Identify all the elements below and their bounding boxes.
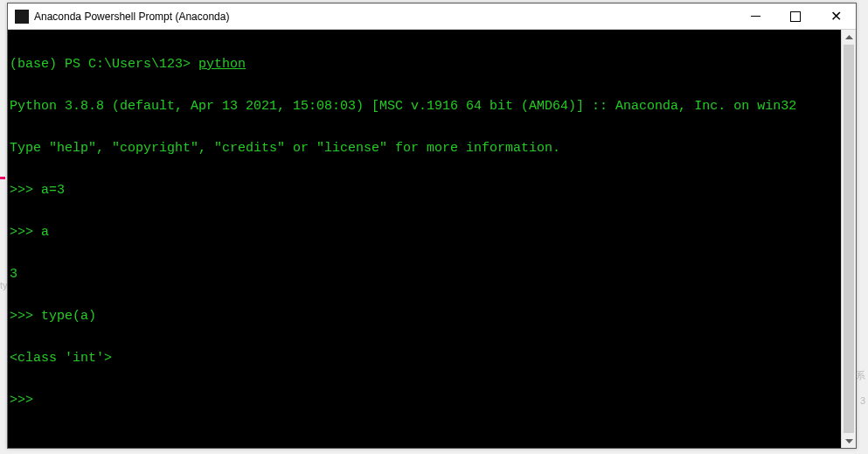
maximize-button[interactable] xyxy=(775,3,816,29)
terminal-line: <class 'int'> xyxy=(10,352,839,366)
terminal-line: Python 3.8.8 (default, Apr 13 2021, 15:0… xyxy=(10,100,839,114)
command-text: python xyxy=(198,57,246,72)
prompt-text: (base) PS C:\Users\123> xyxy=(10,57,198,72)
terminal-line: >>> a=3 xyxy=(10,184,839,198)
vertical-scrollbar[interactable] xyxy=(841,30,856,448)
minimize-button[interactable] xyxy=(735,3,775,29)
scrollbar-thumb[interactable] xyxy=(844,45,854,433)
window-controls: ✕ xyxy=(735,3,856,29)
background-mark xyxy=(0,177,5,179)
titlebar[interactable]: Anaconda Powershell Prompt (Anaconda) ✕ xyxy=(8,3,856,30)
background-text: 3 xyxy=(860,395,865,406)
terminal-line: >>> xyxy=(10,394,839,408)
terminal-line: 3 xyxy=(10,268,839,282)
window-body: (base) PS C:\Users\123> python Python 3.… xyxy=(8,30,856,448)
terminal-line: Type "help", "copyright", "credits" or "… xyxy=(10,142,839,156)
terminal-line: (base) PS C:\Users\123> python xyxy=(10,58,839,72)
window-title: Anaconda Powershell Prompt (Anaconda) xyxy=(34,10,735,23)
close-button[interactable]: ✕ xyxy=(816,3,856,29)
app-window: Anaconda Powershell Prompt (Anaconda) ✕ … xyxy=(7,3,857,449)
scrollbar-track[interactable] xyxy=(842,45,856,433)
background-text: 系 xyxy=(856,369,865,382)
terminal-output[interactable]: (base) PS C:\Users\123> python Python 3.… xyxy=(8,30,841,448)
scroll-up-button[interactable] xyxy=(842,30,856,45)
terminal-icon xyxy=(15,10,29,24)
terminal-line: >>> type(a) xyxy=(10,310,839,324)
scroll-down-button[interactable] xyxy=(842,433,856,448)
terminal-line: >>> a xyxy=(10,226,839,240)
